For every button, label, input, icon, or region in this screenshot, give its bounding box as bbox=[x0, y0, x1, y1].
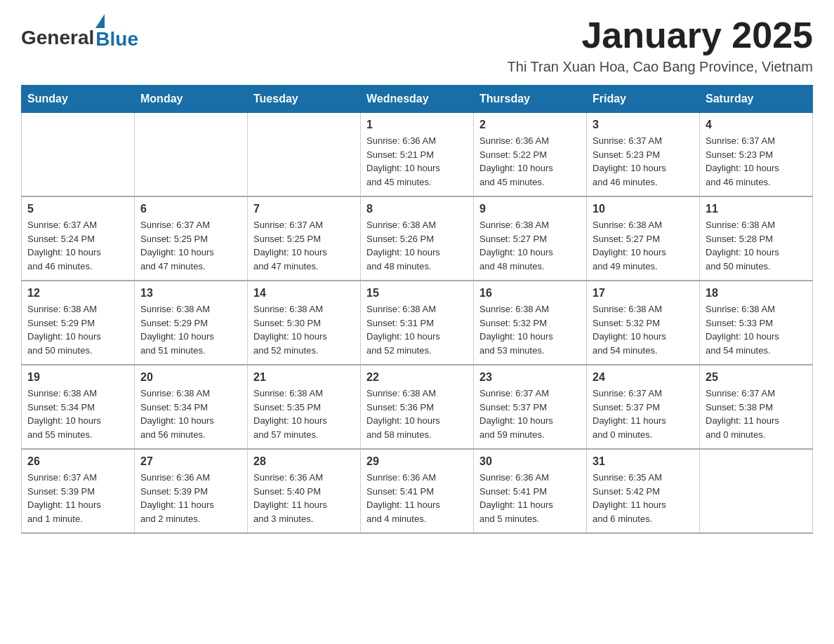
calendar-week-2: 5Sunrise: 6:37 AM Sunset: 5:24 PM Daylig… bbox=[22, 196, 813, 281]
day-info: Sunrise: 6:38 AM Sunset: 5:29 PM Dayligh… bbox=[140, 302, 241, 357]
calendar-cell bbox=[22, 113, 135, 197]
day-info: Sunrise: 6:37 AM Sunset: 5:25 PM Dayligh… bbox=[253, 218, 355, 273]
day-number: 5 bbox=[27, 203, 128, 215]
day-info: Sunrise: 6:38 AM Sunset: 5:28 PM Dayligh… bbox=[706, 218, 807, 273]
calendar-cell: 2Sunrise: 6:36 AM Sunset: 5:22 PM Daylig… bbox=[474, 113, 587, 197]
day-number: 10 bbox=[593, 203, 694, 215]
day-number: 13 bbox=[140, 287, 241, 300]
day-number: 24 bbox=[593, 371, 694, 384]
day-number: 14 bbox=[253, 287, 355, 300]
day-info: Sunrise: 6:38 AM Sunset: 5:32 PM Dayligh… bbox=[593, 302, 694, 357]
calendar-cell: 28Sunrise: 6:36 AM Sunset: 5:40 PM Dayli… bbox=[248, 449, 361, 533]
day-header-friday: Friday bbox=[587, 86, 700, 113]
day-info: Sunrise: 6:37 AM Sunset: 5:37 PM Dayligh… bbox=[593, 387, 694, 441]
day-number: 21 bbox=[253, 371, 355, 384]
day-number: 12 bbox=[27, 287, 128, 300]
calendar-cell: 29Sunrise: 6:36 AM Sunset: 5:41 PM Dayli… bbox=[361, 449, 474, 533]
day-number: 25 bbox=[706, 371, 807, 384]
day-number: 16 bbox=[479, 287, 581, 300]
day-info: Sunrise: 6:36 AM Sunset: 5:22 PM Dayligh… bbox=[479, 134, 581, 189]
day-number: 8 bbox=[366, 203, 468, 215]
day-info: Sunrise: 6:37 AM Sunset: 5:23 PM Dayligh… bbox=[593, 134, 694, 189]
calendar-week-3: 12Sunrise: 6:38 AM Sunset: 5:29 PM Dayli… bbox=[22, 281, 813, 365]
day-info: Sunrise: 6:36 AM Sunset: 5:40 PM Dayligh… bbox=[253, 471, 355, 525]
day-number: 28 bbox=[253, 455, 355, 468]
calendar-table: SundayMondayTuesdayWednesdayThursdayFrid… bbox=[21, 85, 813, 534]
calendar-cell: 16Sunrise: 6:38 AM Sunset: 5:32 PM Dayli… bbox=[474, 281, 587, 365]
day-info: Sunrise: 6:38 AM Sunset: 5:33 PM Dayligh… bbox=[706, 302, 807, 357]
calendar-cell: 14Sunrise: 6:38 AM Sunset: 5:30 PM Dayli… bbox=[248, 281, 361, 365]
day-info: Sunrise: 6:36 AM Sunset: 5:21 PM Dayligh… bbox=[366, 134, 468, 189]
calendar-cell bbox=[248, 113, 361, 197]
calendar-cell: 24Sunrise: 6:37 AM Sunset: 5:37 PM Dayli… bbox=[587, 365, 700, 449]
logo: General Blue bbox=[21, 14, 138, 49]
calendar-subtitle: Thi Tran Xuan Hoa, Cao Bang Province, Vi… bbox=[508, 59, 813, 75]
calendar-cell: 6Sunrise: 6:37 AM Sunset: 5:25 PM Daylig… bbox=[135, 196, 248, 281]
day-number: 15 bbox=[366, 287, 468, 300]
calendar-week-5: 26Sunrise: 6:37 AM Sunset: 5:39 PM Dayli… bbox=[22, 449, 813, 533]
calendar-week-4: 19Sunrise: 6:38 AM Sunset: 5:34 PM Dayli… bbox=[22, 365, 813, 449]
day-number: 18 bbox=[706, 287, 807, 300]
day-header-sunday: Sunday bbox=[22, 86, 135, 113]
day-number: 26 bbox=[27, 455, 128, 468]
day-number: 27 bbox=[140, 455, 241, 468]
day-number: 7 bbox=[253, 203, 355, 215]
day-info: Sunrise: 6:38 AM Sunset: 5:27 PM Dayligh… bbox=[593, 218, 694, 273]
day-header-wednesday: Wednesday bbox=[361, 86, 474, 113]
calendar-cell: 31Sunrise: 6:35 AM Sunset: 5:42 PM Dayli… bbox=[587, 449, 700, 533]
day-info: Sunrise: 6:38 AM Sunset: 5:29 PM Dayligh… bbox=[27, 302, 128, 357]
day-info: Sunrise: 6:38 AM Sunset: 5:34 PM Dayligh… bbox=[27, 387, 128, 441]
calendar-cell: 13Sunrise: 6:38 AM Sunset: 5:29 PM Dayli… bbox=[135, 281, 248, 365]
day-number: 20 bbox=[140, 371, 241, 384]
day-number: 11 bbox=[706, 203, 807, 215]
day-number: 22 bbox=[366, 371, 468, 384]
page-header: General Blue January 2025 Thi Tran Xuan … bbox=[21, 14, 813, 75]
calendar-cell: 23Sunrise: 6:37 AM Sunset: 5:37 PM Dayli… bbox=[474, 365, 587, 449]
day-number: 2 bbox=[479, 119, 581, 131]
calendar-cell: 17Sunrise: 6:38 AM Sunset: 5:32 PM Dayli… bbox=[587, 281, 700, 365]
day-number: 4 bbox=[706, 119, 807, 131]
calendar-cell: 20Sunrise: 6:38 AM Sunset: 5:34 PM Dayli… bbox=[135, 365, 248, 449]
day-info: Sunrise: 6:36 AM Sunset: 5:41 PM Dayligh… bbox=[366, 471, 468, 525]
day-info: Sunrise: 6:38 AM Sunset: 5:26 PM Dayligh… bbox=[366, 218, 468, 273]
calendar-cell: 7Sunrise: 6:37 AM Sunset: 5:25 PM Daylig… bbox=[248, 196, 361, 281]
calendar-cell: 18Sunrise: 6:38 AM Sunset: 5:33 PM Dayli… bbox=[700, 281, 813, 365]
day-number: 9 bbox=[479, 203, 581, 215]
calendar-cell: 5Sunrise: 6:37 AM Sunset: 5:24 PM Daylig… bbox=[22, 196, 135, 281]
calendar-cell: 30Sunrise: 6:36 AM Sunset: 5:41 PM Dayli… bbox=[474, 449, 587, 533]
day-number: 3 bbox=[593, 119, 694, 131]
calendar-cell: 1Sunrise: 6:36 AM Sunset: 5:21 PM Daylig… bbox=[361, 113, 474, 197]
day-number: 1 bbox=[366, 119, 468, 131]
day-info: Sunrise: 6:38 AM Sunset: 5:34 PM Dayligh… bbox=[140, 387, 241, 441]
day-info: Sunrise: 6:38 AM Sunset: 5:32 PM Dayligh… bbox=[479, 302, 581, 357]
logo-general-text: General bbox=[21, 27, 94, 49]
day-number: 19 bbox=[27, 371, 128, 384]
day-header-monday: Monday bbox=[135, 86, 248, 113]
day-number: 6 bbox=[140, 203, 241, 215]
calendar-cell: 21Sunrise: 6:38 AM Sunset: 5:35 PM Dayli… bbox=[248, 365, 361, 449]
calendar-cell: 26Sunrise: 6:37 AM Sunset: 5:39 PM Dayli… bbox=[22, 449, 135, 533]
logo-blue-text: Blue bbox=[95, 29, 138, 49]
day-number: 31 bbox=[593, 455, 694, 468]
calendar-cell: 3Sunrise: 6:37 AM Sunset: 5:23 PM Daylig… bbox=[587, 113, 700, 197]
title-block: January 2025 Thi Tran Xuan Hoa, Cao Bang… bbox=[508, 14, 813, 75]
calendar-cell: 25Sunrise: 6:37 AM Sunset: 5:38 PM Dayli… bbox=[700, 365, 813, 449]
calendar-cell: 12Sunrise: 6:38 AM Sunset: 5:29 PM Dayli… bbox=[22, 281, 135, 365]
calendar-cell: 15Sunrise: 6:38 AM Sunset: 5:31 PM Dayli… bbox=[361, 281, 474, 365]
day-header-tuesday: Tuesday bbox=[248, 86, 361, 113]
day-info: Sunrise: 6:37 AM Sunset: 5:38 PM Dayligh… bbox=[706, 387, 807, 441]
calendar-cell: 27Sunrise: 6:36 AM Sunset: 5:39 PM Dayli… bbox=[135, 449, 248, 533]
day-info: Sunrise: 6:38 AM Sunset: 5:27 PM Dayligh… bbox=[479, 218, 581, 273]
day-info: Sunrise: 6:35 AM Sunset: 5:42 PM Dayligh… bbox=[593, 471, 694, 525]
calendar-cell: 11Sunrise: 6:38 AM Sunset: 5:28 PM Dayli… bbox=[700, 196, 813, 281]
day-info: Sunrise: 6:37 AM Sunset: 5:39 PM Dayligh… bbox=[27, 471, 128, 525]
day-info: Sunrise: 6:37 AM Sunset: 5:23 PM Dayligh… bbox=[706, 134, 807, 189]
calendar-week-1: 1Sunrise: 6:36 AM Sunset: 5:21 PM Daylig… bbox=[22, 113, 813, 197]
calendar-cell: 22Sunrise: 6:38 AM Sunset: 5:36 PM Dayli… bbox=[361, 365, 474, 449]
day-info: Sunrise: 6:38 AM Sunset: 5:36 PM Dayligh… bbox=[366, 387, 468, 441]
day-info: Sunrise: 6:38 AM Sunset: 5:35 PM Dayligh… bbox=[253, 387, 355, 441]
day-number: 30 bbox=[479, 455, 581, 468]
day-info: Sunrise: 6:36 AM Sunset: 5:39 PM Dayligh… bbox=[140, 471, 241, 525]
calendar-header-row: SundayMondayTuesdayWednesdayThursdayFrid… bbox=[22, 86, 813, 113]
day-info: Sunrise: 6:38 AM Sunset: 5:30 PM Dayligh… bbox=[253, 302, 355, 357]
